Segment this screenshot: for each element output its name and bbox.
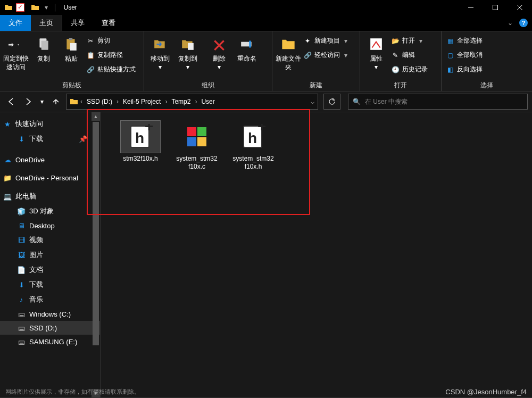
file-item[interactable]: h ++ system_stm32f10x.h bbox=[232, 121, 274, 171]
select-none-icon: ▢ bbox=[446, 51, 454, 60]
breadcrumb-item[interactable]: Keil-5 Project bbox=[121, 98, 163, 105]
search-icon: 🔍 bbox=[353, 98, 361, 105]
search-box[interactable]: 🔍 在 User 中搜索 bbox=[348, 94, 528, 110]
sidebar-documents[interactable]: 📄文档 bbox=[0, 262, 100, 277]
svg-rect-15 bbox=[187, 137, 196, 146]
download-icon: ⬇ bbox=[17, 280, 26, 289]
open-icon: 📂 bbox=[391, 37, 400, 45]
scroll-up-button[interactable]: ▲ bbox=[92, 112, 100, 121]
file-label: system_stm32f10x.h bbox=[232, 155, 274, 171]
sidebar-onedrive[interactable]: ☁OneDrive bbox=[0, 153, 100, 167]
copy-label: 复制 bbox=[37, 55, 50, 63]
svg-rect-9 bbox=[370, 38, 382, 50]
new-item-button[interactable]: ✦新建项目▾ bbox=[303, 36, 347, 45]
easy-access-button[interactable]: 🔗轻松访问▾ bbox=[303, 51, 347, 60]
select-all-button[interactable]: ▦全部选择 bbox=[446, 36, 483, 45]
select-none-button[interactable]: ▢全部取消 bbox=[446, 51, 483, 60]
sidebar-this-pc[interactable]: 💻此电脑 bbox=[0, 189, 100, 204]
file-item[interactable]: h ++ stm32f10x.h bbox=[120, 121, 161, 171]
open-button[interactable]: 📂打开▾ bbox=[391, 36, 428, 45]
pc-icon: 💻 bbox=[3, 192, 12, 201]
svg-rect-0 bbox=[493, 5, 498, 10]
delete-button[interactable]: 删除▾ bbox=[205, 35, 233, 71]
copy-button[interactable]: 复制 bbox=[30, 35, 57, 63]
picture-icon: 🖼 bbox=[17, 251, 26, 259]
tab-view[interactable]: 查看 bbox=[93, 15, 124, 31]
copy-to-button[interactable]: 复制到▾ bbox=[174, 35, 202, 71]
new-folder-button[interactable]: 新建文件夹 bbox=[275, 35, 302, 71]
address-dropdown-button[interactable]: ⌵ bbox=[311, 98, 314, 105]
properties-button[interactable]: 属性▾ bbox=[362, 35, 390, 71]
chevron-icon[interactable]: › bbox=[194, 98, 198, 105]
sidebar-downloads[interactable]: ⬇下载 bbox=[0, 277, 100, 292]
sidebar-onedrive-personal[interactable]: 📁OneDrive - Personal bbox=[0, 171, 100, 185]
sidebar-videos[interactable]: 🎞视频 bbox=[0, 233, 100, 247]
cut-button[interactable]: ✂剪切 bbox=[86, 36, 136, 45]
svg-text:h: h bbox=[135, 130, 144, 146]
file-item[interactable]: system_stm32f10x.c bbox=[176, 121, 218, 171]
cloud-icon: ☁ bbox=[3, 155, 12, 164]
sidebar-drive-d[interactable]: 🖴SSD (D:) bbox=[0, 321, 100, 335]
breadcrumb-item[interactable]: SSD (D:) bbox=[85, 98, 114, 105]
paste-shortcut-button[interactable]: 🔗粘贴快捷方式 bbox=[86, 65, 136, 74]
tab-home[interactable]: 主页 bbox=[31, 15, 62, 31]
select-all-icon: ▦ bbox=[446, 37, 454, 45]
minimize-button[interactable] bbox=[459, 0, 483, 15]
cube-icon: 🧊 bbox=[17, 207, 26, 215]
sidebar-quick-access[interactable]: ★快速访问 bbox=[0, 117, 100, 131]
history-icon: 🕘 bbox=[391, 65, 400, 74]
breadcrumb-item[interactable]: User bbox=[199, 98, 217, 105]
document-icon: 📄 bbox=[17, 266, 26, 274]
sparkle-icon: ✦ bbox=[303, 37, 312, 45]
c-file-icon bbox=[184, 124, 210, 150]
sidebar-drive-c[interactable]: 🖴Windows (C:) bbox=[0, 307, 100, 321]
svg-rect-13 bbox=[187, 127, 196, 136]
copy-path-button[interactable]: 📋复制路径 bbox=[86, 51, 136, 60]
back-button[interactable] bbox=[4, 95, 18, 109]
svg-text:++: ++ bbox=[257, 124, 266, 135]
sidebar-music[interactable]: ♪音乐 bbox=[0, 292, 100, 307]
quick-access-tool-2[interactable] bbox=[31, 3, 39, 12]
chevron-icon[interactable]: ‹ bbox=[79, 98, 84, 105]
sidebar-scroll-thumb[interactable] bbox=[93, 122, 99, 345]
breadcrumb-item[interactable]: Temp2 bbox=[169, 98, 193, 105]
recent-locations-button[interactable]: ▾ bbox=[38, 95, 46, 109]
forward-button[interactable] bbox=[21, 95, 35, 109]
qat-dropdown-icon[interactable]: ▾ bbox=[45, 4, 48, 11]
refresh-button[interactable] bbox=[323, 94, 340, 110]
move-to-button[interactable]: 移动到▾ bbox=[146, 35, 174, 71]
help-button[interactable]: ? bbox=[519, 15, 528, 31]
quick-access-tool-1[interactable]: ✓ bbox=[16, 3, 24, 12]
history-button[interactable]: 🕘历史记录 bbox=[391, 65, 428, 74]
address-bar[interactable]: ‹ SSD (D:) › Keil-5 Project › Temp2 › Us… bbox=[66, 94, 318, 110]
sidebar-3d-objects[interactable]: 🧊3D 对象 bbox=[0, 204, 100, 219]
content-pane[interactable]: h ++ stm32f10x.h system_stm32f10x.c bbox=[101, 112, 532, 397]
organize-group-label: 组织 bbox=[146, 81, 270, 91]
sidebar-pictures[interactable]: 🖼图片 bbox=[0, 247, 100, 262]
tab-file[interactable]: 文件 bbox=[0, 15, 31, 31]
ribbon-collapse-button[interactable]: ⌄ bbox=[506, 15, 513, 31]
svg-text:++: ++ bbox=[145, 124, 153, 135]
chevron-icon[interactable]: › bbox=[115, 98, 120, 105]
sidebar-desktop[interactable]: 🖥Desktop bbox=[0, 219, 100, 233]
rename-button[interactable]: 重命名 bbox=[233, 35, 261, 63]
pin-quick-access-button[interactable]: 固定到快速访问 bbox=[2, 35, 30, 71]
title-bar: ✓ ▾ │ User bbox=[0, 0, 532, 15]
sidebar-drive-e[interactable]: 🖴SAMSUNG (E:) bbox=[0, 335, 100, 349]
paste-button[interactable]: 粘贴 bbox=[57, 35, 85, 63]
paste-label: 粘贴 bbox=[65, 55, 78, 63]
scroll-down-button[interactable]: ▼ bbox=[92, 389, 100, 397]
folder-icon bbox=[70, 97, 78, 106]
svg-rect-5 bbox=[70, 43, 77, 51]
edit-button[interactable]: ✎编辑 bbox=[391, 51, 428, 60]
close-button[interactable] bbox=[508, 0, 532, 15]
h-file-icon: h ++ bbox=[128, 124, 153, 150]
sidebar-downloads-qa[interactable]: ⬇下载📌 bbox=[0, 131, 100, 146]
invert-selection-button[interactable]: ◧反向选择 bbox=[446, 65, 483, 74]
app-folder-icon bbox=[4, 3, 13, 12]
maximize-button[interactable] bbox=[483, 0, 508, 15]
up-button[interactable] bbox=[49, 95, 63, 109]
tab-share[interactable]: 共享 bbox=[62, 15, 93, 31]
invert-icon: ◧ bbox=[446, 65, 454, 74]
chevron-icon[interactable]: › bbox=[164, 98, 168, 105]
